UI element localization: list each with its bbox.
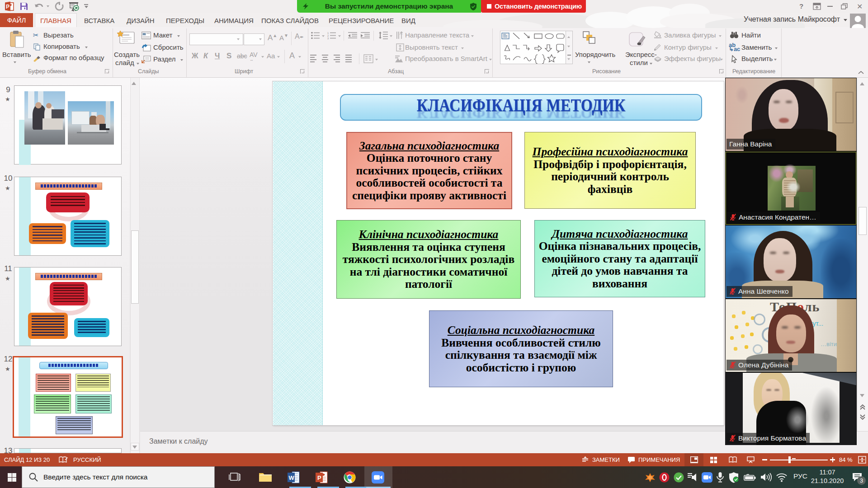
svg-text:W: W <box>289 474 295 481</box>
svg-text:P: P <box>6 4 9 10</box>
svg-text:3: 3 <box>327 37 329 39</box>
svg-text:A: A <box>400 31 402 36</box>
svg-text:P: P <box>317 474 321 481</box>
